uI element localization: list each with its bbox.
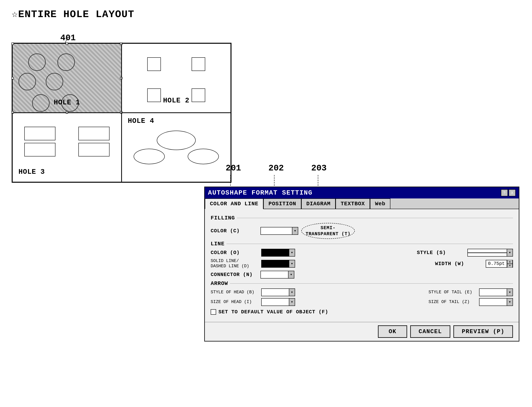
tab-position[interactable]: POSITION bbox=[263, 198, 301, 209]
rect-3-3 bbox=[24, 143, 56, 157]
connector-label: CONNECTOR (N) bbox=[211, 272, 257, 278]
rect-3-4 bbox=[78, 143, 110, 157]
circle-4 bbox=[46, 73, 63, 90]
line-color-label: COLOR (O) bbox=[211, 250, 257, 256]
rect-3-2 bbox=[78, 127, 110, 140]
sq-2-2 bbox=[192, 57, 205, 71]
line-label: LINE bbox=[211, 241, 225, 247]
dialog-footer: OK CANCEL PREVIEW (P) bbox=[205, 322, 519, 341]
style-tail-label: STYLE OF TAIL (E) bbox=[428, 290, 475, 295]
sq-2-4 bbox=[192, 88, 205, 102]
selection-handle-tm bbox=[66, 43, 68, 45]
filling-color-arrow[interactable]: ▼ bbox=[292, 227, 298, 235]
tab-textbox[interactable]: TEXTBOX bbox=[336, 198, 370, 209]
autoshape-format-dialog: AUTOSHAPE FORMAT SETTING ? X COLOR AND L… bbox=[204, 187, 519, 342]
line-color-style-row: COLOR (O) ▼ STYLE (S) ▼ bbox=[211, 249, 513, 257]
hole-2-cell: HOLE 2 bbox=[121, 43, 231, 113]
hole-4-cell: HOLE 4 bbox=[121, 113, 231, 182]
hole-1-label: HOLE 1 bbox=[54, 99, 80, 107]
size-tail-arrow[interactable]: ▼ bbox=[507, 298, 513, 305]
line-color-dropdown[interactable]: ▼ bbox=[261, 249, 295, 257]
line-color-field bbox=[262, 249, 289, 256]
size-tail-dropdown[interactable]: ▼ bbox=[479, 298, 513, 306]
style-tail-dropdown[interactable]: ▼ bbox=[479, 289, 513, 296]
dialog-title: AUTOSHAPE FORMAT SETTING bbox=[208, 189, 313, 196]
line-style-label: STYLE (S) bbox=[417, 250, 464, 256]
preview-button[interactable]: PREVIEW (P) bbox=[453, 325, 513, 338]
width-value: 0.75pt bbox=[486, 261, 507, 266]
default-value-row: SET TO DEFAULT VALUE OF OBJECT (F) bbox=[211, 309, 513, 315]
style-head-field bbox=[262, 289, 289, 296]
solid-dashed-arrow[interactable]: ▼ bbox=[289, 260, 295, 267]
style-head-arrow[interactable]: ▼ bbox=[289, 289, 295, 296]
hole-2-label: HOLE 2 bbox=[163, 97, 189, 105]
ellipse-4-3 bbox=[188, 149, 219, 164]
cancel-button[interactable]: CANCEL bbox=[410, 325, 450, 338]
semi-transparent-badge[interactable]: SEMI-TRANSPARENT (T) bbox=[301, 223, 355, 239]
hole-4-label: HOLE 4 bbox=[128, 117, 154, 125]
connector-dropdown[interactable]: ▼ bbox=[260, 271, 294, 279]
style-head-dropdown[interactable]: ▼ bbox=[261, 289, 295, 296]
line-section-header: LINE bbox=[211, 241, 513, 247]
filling-color-label: COLOR (C) bbox=[211, 228, 257, 234]
ellipse-4-1 bbox=[157, 131, 196, 150]
line-section-line bbox=[226, 244, 513, 244]
solid-dashed-dropdown[interactable]: ▼ bbox=[261, 260, 295, 268]
hole-layout-grid: HOLE 1 HOLE 2 HOLE 3 HOLE 4 bbox=[12, 43, 232, 183]
size-head-label: SIZE OF HEAD (I) bbox=[211, 299, 257, 305]
default-value-label: SET TO DEFAULT VALUE OF OBJECT (F) bbox=[218, 309, 328, 315]
size-head-dropdown[interactable]: ▼ bbox=[261, 298, 295, 306]
solid-dashed-width-row: SOLID LINE/ DASHED LINE (D) ▼ WIDTH (W) … bbox=[211, 258, 513, 269]
circle-5 bbox=[32, 94, 50, 112]
filling-label: FILLING bbox=[211, 215, 235, 221]
line-style-arrow[interactable]: ▼ bbox=[507, 249, 513, 256]
size-head-arrow[interactable]: ▼ bbox=[289, 298, 295, 305]
tab-diagram[interactable]: DIAGRAM bbox=[301, 198, 336, 209]
arrow-size-row: SIZE OF HEAD (I) ▼ SIZE OF TAIL (Z) ▼ bbox=[211, 298, 513, 306]
connector-row: CONNECTOR (N) ▼ bbox=[211, 271, 513, 279]
width-increase[interactable]: ▲ bbox=[507, 260, 513, 264]
width-decrease[interactable]: ▼ bbox=[507, 264, 513, 268]
sq-2-3 bbox=[147, 88, 161, 102]
dialog-content: FILLING COLOR (C) ▼ SEMI-TRANSPARENT (T)… bbox=[205, 209, 519, 322]
ref-label-201: 201 bbox=[226, 163, 241, 173]
arrow-style-row: STYLE OF HEAD (B) ▼ STYLE OF TAIL (E) ▼ bbox=[211, 289, 513, 296]
connector-field bbox=[261, 271, 288, 278]
size-head-field bbox=[262, 298, 289, 305]
hole-1-cell: HOLE 1 bbox=[12, 43, 121, 113]
connector-arrow[interactable]: ▼ bbox=[288, 271, 294, 278]
filling-color-dropdown[interactable]: ▼ bbox=[260, 227, 298, 235]
circle-3 bbox=[18, 73, 36, 90]
size-tail-field bbox=[479, 298, 507, 305]
dialog-help-button[interactable]: ? bbox=[501, 189, 508, 196]
arrow-label: ARROW bbox=[211, 281, 228, 287]
circle-1 bbox=[28, 54, 46, 71]
hole-3-cell: HOLE 3 bbox=[12, 113, 121, 182]
dialog-controls: ? X bbox=[501, 189, 516, 196]
arrow-section-header: ARROW bbox=[211, 281, 513, 287]
default-value-checkbox[interactable] bbox=[211, 309, 216, 315]
width-field[interactable]: 0.75pt ▲ ▼ bbox=[486, 260, 513, 268]
sq-2-1 bbox=[147, 57, 161, 71]
hole-3-label: HOLE 3 bbox=[18, 168, 45, 176]
tab-web[interactable]: Web bbox=[370, 198, 390, 209]
dialog-close-button[interactable]: X bbox=[509, 189, 516, 196]
ok-button[interactable]: OK bbox=[378, 325, 407, 338]
filling-color-field bbox=[261, 227, 292, 235]
circle-2 bbox=[57, 54, 75, 71]
solid-dashed-label: SOLID LINE/ DASHED LINE (D) bbox=[211, 258, 257, 269]
ref-label-203: 203 bbox=[311, 163, 327, 173]
ref-label-202: 202 bbox=[268, 163, 284, 173]
solid-dashed-field bbox=[262, 260, 289, 267]
line-style-dropdown[interactable]: ▼ bbox=[468, 249, 513, 257]
filling-color-row: COLOR (C) ▼ SEMI-TRANSPARENT (T) bbox=[211, 223, 513, 239]
dialog-titlebar: AUTOSHAPE FORMAT SETTING ? X bbox=[205, 187, 519, 198]
rect-3-1 bbox=[24, 127, 56, 140]
width-label: WIDTH (W) bbox=[435, 261, 482, 267]
style-tail-arrow[interactable]: ▼ bbox=[507, 289, 513, 296]
selection-handle-tl bbox=[11, 43, 14, 45]
arrow-section-line bbox=[230, 283, 513, 284]
line-color-arrow[interactable]: ▼ bbox=[289, 249, 295, 256]
tab-color-and-line[interactable]: COLOR AND LINE bbox=[205, 198, 263, 209]
width-spinner[interactable]: ▲ ▼ bbox=[507, 260, 513, 268]
